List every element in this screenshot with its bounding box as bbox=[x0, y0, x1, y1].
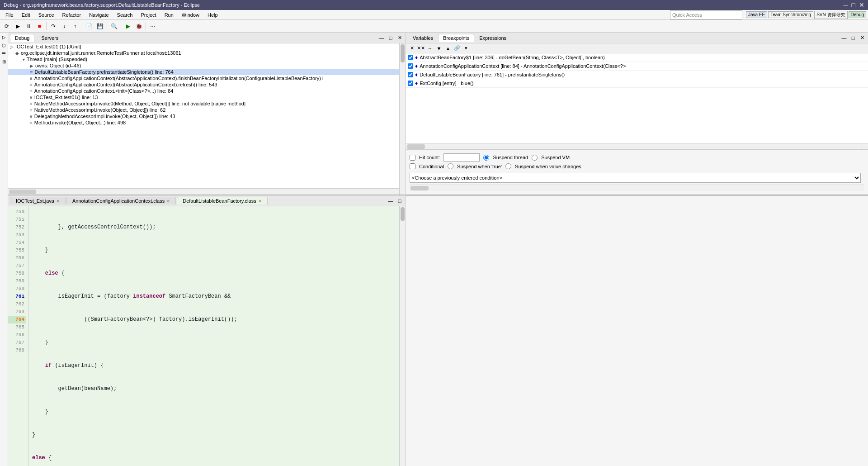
tab-expressions[interactable]: Expressions bbox=[474, 34, 511, 42]
menu-search[interactable]: Search bbox=[113, 11, 137, 19]
tb-btn-new[interactable]: 📄 bbox=[84, 21, 94, 31]
tree-item-9[interactable]: ≡ NativeMethodAccessorImpl.invoke0(Metho… bbox=[8, 100, 399, 107]
tree-item-11[interactable]: ≡ DelegatingMethodAccessorImpl.invoke(Ob… bbox=[8, 113, 399, 119]
tb-btn-suspend[interactable]: ⏸ bbox=[24, 21, 33, 31]
right-top-minimize[interactable]: — bbox=[840, 34, 848, 42]
tree-item-0[interactable]: ▷ IOCTest_Ext.test01 (1) [JUnit] bbox=[8, 43, 399, 50]
tb-btn-step-return[interactable]: ↑ bbox=[70, 21, 80, 31]
bp-text-3: ExtConfig [entry] - blue() bbox=[420, 81, 473, 86]
debug-panel-minimize[interactable]: — bbox=[377, 34, 386, 42]
bp-menu-btn[interactable]: ▾ bbox=[462, 44, 470, 52]
debug-scrollbar-h[interactable] bbox=[8, 188, 399, 195]
tab-ioctest[interactable]: IOCTest_Ext.java ✕ bbox=[10, 197, 66, 204]
menu-navigate[interactable]: Navigate bbox=[85, 11, 112, 19]
title-bar-controls[interactable]: ─ □ ✕ bbox=[844, 1, 864, 9]
tree-item-1[interactable]: ◆ org.eclipse.jdt.internal.junit.runner.… bbox=[8, 50, 399, 56]
editor-maximize[interactable]: □ bbox=[396, 197, 404, 205]
tb-btn-step-over[interactable]: ↷ bbox=[48, 21, 58, 31]
bp-hitcount-input[interactable] bbox=[443, 153, 480, 162]
bp-suspend-thread-radio[interactable] bbox=[483, 155, 489, 161]
tab-servers[interactable]: Servers bbox=[36, 34, 63, 42]
side-icon-1[interactable]: ▷ bbox=[0, 33, 8, 41]
menu-help[interactable]: Help bbox=[204, 11, 222, 19]
tb-btn-more[interactable]: ⋯ bbox=[148, 21, 158, 31]
bp-expand-btn[interactable]: ▼ bbox=[435, 44, 443, 52]
tab-variables[interactable]: Variables bbox=[408, 34, 438, 42]
menu-source[interactable]: Source bbox=[35, 11, 58, 19]
tree-item-10[interactable]: ≡ NativeMethodAccessorImpl.invoke(Object… bbox=[8, 107, 399, 113]
bp-item-1[interactable]: ♦ AnnotationConfigApplicationContext [li… bbox=[406, 62, 868, 71]
tab-annotation-label: AnnotationConfigApplicationContext.class bbox=[72, 198, 165, 204]
right-top-maximize[interactable]: □ bbox=[849, 34, 857, 42]
tree-item-6[interactable]: ≡ AnnotationConfigApplicationContext(Abs… bbox=[8, 81, 399, 88]
quick-access-input[interactable]: Quick Access bbox=[670, 10, 742, 19]
bp-collapse-btn[interactable]: ▲ bbox=[444, 44, 452, 52]
bp-go-btn[interactable]: → bbox=[426, 44, 434, 52]
bp-hitcount-label: Hit count: bbox=[419, 155, 440, 160]
bp-item-3[interactable]: ♦ ExtConfig [entry] - blue() bbox=[406, 79, 868, 88]
tab-ioctest-close[interactable]: ✕ bbox=[56, 199, 60, 204]
tb-btn-debug[interactable]: 🐞 bbox=[134, 21, 144, 31]
tab-annotation-close[interactable]: ✕ bbox=[166, 199, 170, 204]
tree-icon-10: ≡ bbox=[30, 108, 33, 113]
menu-window[interactable]: Window bbox=[178, 11, 203, 19]
side-icon-4[interactable]: ⊞ bbox=[0, 58, 8, 65]
minimize-button[interactable]: ─ bbox=[844, 1, 848, 9]
side-icon-3[interactable]: ☰ bbox=[0, 50, 8, 57]
bp-suspend-vm-radio[interactable] bbox=[532, 155, 538, 161]
tree-item-3[interactable]: ▶ owns: Object (id=46) bbox=[8, 62, 399, 69]
menu-edit[interactable]: Edit bbox=[18, 11, 34, 19]
tb-btn-search[interactable]: 🔍 bbox=[109, 21, 119, 31]
bp-remove-btn[interactable]: ✕ bbox=[408, 44, 416, 52]
bp-conditional-check[interactable] bbox=[410, 163, 415, 169]
java-ee-perspective[interactable]: Java EE bbox=[746, 11, 767, 18]
right-top-close[interactable]: ✕ bbox=[858, 34, 866, 42]
bp-checkbox-3[interactable] bbox=[408, 81, 413, 86]
tab-annotation-config[interactable]: AnnotationConfigApplicationContext.class… bbox=[66, 197, 176, 204]
tree-item-2[interactable]: ▾ Thread [main] (Suspended) bbox=[8, 56, 399, 62]
bp-suspend-value-radio[interactable] bbox=[505, 163, 511, 169]
condition-select[interactable]: <Choose a previously entered condition> bbox=[410, 173, 861, 183]
menu-run[interactable]: Run bbox=[161, 11, 177, 19]
tb-btn-run[interactable]: ▶ bbox=[123, 21, 133, 31]
team-sync-perspective[interactable]: Team Synchronizing bbox=[768, 11, 813, 18]
debug-perspective[interactable]: Debug bbox=[849, 11, 866, 18]
menu-project[interactable]: Project bbox=[137, 11, 160, 19]
bp-checkbox-2[interactable] bbox=[408, 72, 413, 77]
tree-item-4[interactable]: ≡ DefaultListableBeanFactory.preInstanti… bbox=[8, 69, 399, 75]
menu-file[interactable]: File bbox=[2, 11, 17, 19]
tb-btn-save[interactable]: 💾 bbox=[95, 21, 105, 31]
menu-bar: File Edit Source Refactor Navigate Searc… bbox=[0, 10, 868, 20]
debug-scrollbar-v[interactable] bbox=[399, 43, 406, 195]
debug-panel-close[interactable]: ✕ bbox=[396, 34, 404, 42]
code-scrollbar-v[interactable] bbox=[399, 206, 406, 466]
bp-checkbox-1[interactable] bbox=[408, 63, 413, 69]
tab-breakpoints[interactable]: Breakpoints bbox=[438, 34, 474, 42]
debug-panel-maximize[interactable]: □ bbox=[387, 34, 395, 42]
tree-item-12[interactable]: ≡ Method.invoke(Object, Object...) line:… bbox=[8, 119, 399, 126]
tb-btn-stop[interactable]: ■ bbox=[34, 21, 44, 31]
side-icon-2[interactable]: ⬡ bbox=[0, 42, 8, 49]
tab-default-close[interactable]: ✕ bbox=[258, 199, 262, 204]
tb-btn-1[interactable]: ⟳ bbox=[2, 21, 12, 31]
bp-checkbox-0[interactable] bbox=[408, 55, 413, 60]
bp-remove-all-btn[interactable]: ✕✕ bbox=[417, 44, 425, 52]
tab-default-listable[interactable]: DefaultListableBeanFactory.class ✕ bbox=[177, 197, 267, 204]
bp-hitcount-check[interactable] bbox=[410, 155, 415, 161]
close-button[interactable]: ✕ bbox=[859, 1, 864, 9]
bp-item-2[interactable]: ♦ DefaultListableBeanFactory [line: 761]… bbox=[406, 71, 868, 79]
maximize-button[interactable]: □ bbox=[852, 1, 855, 9]
svn-perspective[interactable]: SVN 资库研究 bbox=[814, 11, 847, 19]
tree-item-5[interactable]: ≡ AnnotationConfigApplicationContext(Abs… bbox=[8, 75, 399, 81]
bp-link-btn[interactable]: 🔗 bbox=[453, 44, 461, 52]
tree-item-7[interactable]: ≡ AnnotationConfigApplicationContext.<in… bbox=[8, 88, 399, 94]
tb-btn-2[interactable]: ▶ bbox=[13, 21, 23, 31]
tab-debug[interactable]: Debug bbox=[10, 34, 34, 42]
bp-item-0[interactable]: ♦ AbstractBeanFactory$1 [line: 306] - do… bbox=[406, 53, 868, 62]
bp-suspend-true-radio[interactable] bbox=[448, 163, 453, 169]
tree-item-8[interactable]: ≡ IOCTest_Ext.test01() line: 13 bbox=[8, 94, 399, 100]
editor-minimize[interactable]: — bbox=[387, 197, 395, 205]
menu-refactor[interactable]: Refactor bbox=[59, 11, 85, 19]
code-content[interactable]: }, getAccessControlContext()); } else { … bbox=[28, 206, 399, 466]
tb-btn-step-into[interactable]: ↓ bbox=[59, 21, 69, 31]
